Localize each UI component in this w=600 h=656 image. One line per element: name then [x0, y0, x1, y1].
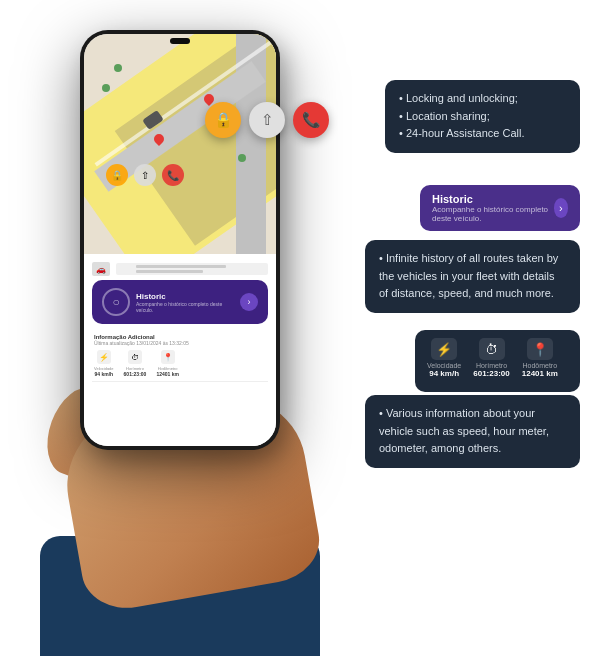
phone-screen: 🔒 ⇧ 📞 🚗 ○ Historic	[84, 34, 276, 446]
float-call-button[interactable]: 📞	[293, 102, 329, 138]
mini-odometer-icon: 📍	[527, 338, 553, 360]
mini-speed-label: Velocidade	[427, 362, 461, 369]
tooltip-vehicle-text: Various information about your vehicle s…	[379, 405, 566, 458]
historic-button[interactable]: ○ Historic Acompanhe o histórico complet…	[92, 280, 268, 324]
info-subtitle: Última atualização 13/01/2024 às 13:32:0…	[94, 340, 266, 346]
mini-speed-value: 94 km/h	[429, 369, 459, 378]
map-tree-1	[114, 64, 122, 72]
historic-btn-subtitle: Acompanhe o histórico completo deste veí…	[136, 301, 240, 313]
stats-mini-row: ⚡ Velocidade 94 km/h ⏱ Horímetro 601:23:…	[427, 338, 568, 378]
map-share-btn[interactable]: ⇧	[134, 164, 156, 186]
mini-hourmeter-label: Horímetro	[476, 362, 507, 369]
tooltip-history-description: Infinite history of all routes taken by …	[365, 240, 580, 313]
info-section: Informação Adicional Última atualização …	[92, 330, 268, 382]
tooltip-historic-subtitle: Acompanhe o histórico completo deste veí…	[432, 205, 554, 223]
mini-speed-icon: ⚡	[431, 338, 457, 360]
hourmeter-value: 601:23:00	[124, 371, 147, 377]
map-call-btn[interactable]: 📞	[162, 164, 184, 186]
historic-btn-text: Historic Acompanhe o histórico completo …	[136, 292, 240, 313]
speed-icon: ⚡	[97, 350, 111, 364]
float-lock-button[interactable]: 🔒	[205, 102, 241, 138]
tooltip-stats: ⚡ Velocidade 94 km/h ⏱ Horímetro 601:23:…	[415, 330, 580, 392]
tooltip-history-text: Infinite history of all routes taken by …	[379, 250, 566, 303]
phone: 🔒 ⇧ 📞 🚗 ○ Historic	[80, 30, 280, 450]
phone-notch	[170, 38, 190, 44]
mini-hourmeter-icon: ⏱	[479, 338, 505, 360]
stat-odometer: 📍 Hodômetro 12401 km	[156, 350, 179, 377]
phone-bottom-panel: 🚗 ○ Historic Acompanhe o histórico compl…	[84, 254, 276, 446]
tooltip-feature-call: 24-hour Assistance Call.	[399, 125, 566, 143]
stats-row: ⚡ Velocidade 94 km/h ⏱ Horímetro 601:23:…	[94, 350, 266, 377]
map-area: 🔒 ⇧ 📞	[84, 34, 276, 254]
mini-stat-speed: ⚡ Velocidade 94 km/h	[427, 338, 461, 378]
vehicle-row: 🚗	[92, 262, 268, 276]
stat-speed: ⚡ Velocidade 94 km/h	[94, 350, 114, 377]
tooltip-vehicle-info: Various information about your vehicle s…	[365, 395, 580, 468]
mini-stat-hourmeter: ⏱ Horímetro 601:23:00	[473, 338, 509, 378]
float-share-button[interactable]: ⇧	[249, 102, 285, 138]
tooltip-features: Locking and unlocking; Location sharing;…	[385, 80, 580, 153]
historic-icon: ○	[102, 288, 130, 316]
mini-odometer-value: 12401 km	[522, 369, 558, 378]
speed-value: 94 km/h	[94, 371, 113, 377]
map-tree-3	[238, 154, 246, 162]
odometer-icon: 📍	[161, 350, 175, 364]
tooltip-historic-arrow: ›	[554, 198, 569, 218]
vehicle-name-bar	[116, 263, 268, 275]
tooltip-historic[interactable]: Historic Acompanhe o histórico completo …	[420, 185, 580, 231]
tooltip-historic-title: Historic	[432, 193, 554, 205]
floating-action-buttons: 🔒 ⇧ 📞	[205, 102, 329, 138]
mini-stat-odometer: 📍 Hodômetro 12401 km	[522, 338, 558, 378]
mini-hourmeter-value: 601:23:00	[473, 369, 509, 378]
map-tree-2	[102, 84, 110, 92]
mini-odometer-label: Hodômetro	[522, 362, 557, 369]
map-lock-btn[interactable]: 🔒	[106, 164, 128, 186]
tooltip-historic-content: Historic Acompanhe o histórico completo …	[432, 193, 554, 223]
odometer-value: 12401 km	[156, 371, 179, 377]
tooltip-feature-lock: Locking and unlocking;	[399, 90, 566, 108]
stat-hourmeter: ⏱ Horímetro 601:23:00	[124, 350, 147, 377]
tooltip-feature-share: Location sharing;	[399, 108, 566, 126]
historic-btn-arrow-icon: ›	[240, 293, 258, 311]
main-scene: 🔒 ⇧ 📞 🚗 ○ Historic	[0, 0, 600, 656]
vehicle-icon: 🚗	[92, 262, 110, 276]
hourmeter-icon: ⏱	[128, 350, 142, 364]
historic-btn-title: Historic	[136, 292, 240, 301]
